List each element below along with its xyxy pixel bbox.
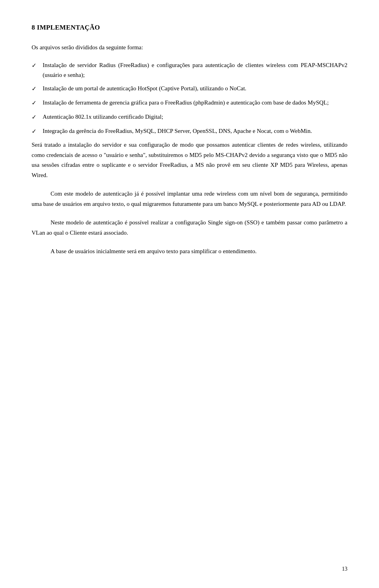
paragraph-3: Neste modelo de autenticação é possível … (32, 218, 347, 238)
paragraph-4: A base de usuários inicialmente será em … (32, 246, 347, 257)
list-item: ✓Integração da gerência do FreeRadius, M… (32, 126, 347, 136)
checkmark-icon: ✓ (32, 61, 43, 71)
checkmark-icon: ✓ (32, 112, 43, 122)
intro-paragraph: Os arquivos serão divididos da seguinte … (32, 43, 347, 52)
list-item: ✓Instalação de servidor Radius (FreeRadi… (32, 60, 347, 80)
paragraph-1: Será tratado a instalação do servidor e … (32, 140, 347, 180)
bullet-list: ✓Instalação de servidor Radius (FreeRadi… (32, 60, 347, 136)
page-container: 8 IMPLEMENTAÇÃO Os arquivos serão dividi… (0, 0, 379, 588)
list-item-text: Integração da gerência do FreeRadius, My… (43, 126, 347, 136)
list-item-text: Instalação de servidor Radius (FreeRadiu… (43, 60, 347, 80)
list-item-text: Instalação de ferramenta de gerencia grá… (43, 98, 347, 108)
list-item: ✓Autenticação 802.1x utilizando certific… (32, 112, 347, 122)
page-number: 13 (342, 566, 347, 572)
section-heading: 8 IMPLEMENTAÇÃO (32, 24, 347, 32)
list-item: ✓Instalação de ferramenta de gerencia gr… (32, 98, 347, 108)
checkmark-icon: ✓ (32, 98, 43, 108)
checkmark-icon: ✓ (32, 84, 43, 94)
list-item-text: Autenticação 802.1x utilizando certifica… (43, 112, 347, 122)
checkmark-icon: ✓ (32, 127, 43, 136)
list-item-text: Instalação de um portal de autenticação … (43, 84, 347, 93)
paragraph-2: Com este modelo de autenticação já é pos… (32, 189, 347, 209)
list-item: ✓Instalação de um portal de autenticação… (32, 84, 347, 94)
